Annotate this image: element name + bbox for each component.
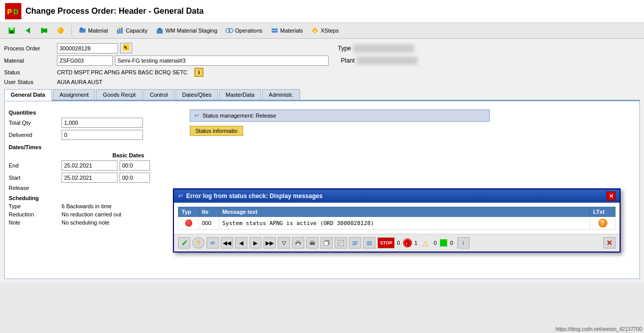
dlg-next-btn[interactable]: ▶ <box>249 237 261 248</box>
tab-control[interactable]: Control <box>143 89 174 100</box>
tab-master-data[interactable]: MasterData <box>219 89 261 100</box>
dlg-last-btn[interactable]: ▶▶ <box>264 237 276 248</box>
row-message: System status APNG is active (ORD 300002… <box>219 217 590 230</box>
plant-value-blurred <box>357 57 418 65</box>
stop-count: 0 <box>397 240 400 246</box>
total-qty-label: Total Qty <box>9 120 60 126</box>
delivered-input[interactable] <box>62 130 143 140</box>
ltxt-help-icon: ? <box>598 218 607 228</box>
separator-1 <box>71 25 72 36</box>
dlg-print1-btn[interactable] <box>292 237 304 248</box>
save-button[interactable] <box>4 25 19 36</box>
start-time-input[interactable] <box>120 173 150 183</box>
dlg-prev-btn[interactable]: ◀ <box>235 237 247 248</box>
material-label: Material <box>4 58 55 64</box>
tab-goods-recpt[interactable]: Goods Recpt <box>96 89 142 100</box>
end-date-input[interactable] <box>62 160 118 171</box>
dlg-check-btn[interactable]: ✓ <box>178 237 190 248</box>
exit-button[interactable] <box>37 25 52 36</box>
dlg-info-btn[interactable]: i <box>457 237 470 248</box>
svg-rect-4 <box>10 27 14 30</box>
operations-button[interactable]: Operations <box>222 25 266 36</box>
dates-times-header: Dates/Times <box>9 144 182 150</box>
dialog-icon: ↵ <box>178 192 183 200</box>
basic-dates-value: Basic Dates <box>112 152 144 158</box>
dlg-first-btn[interactable]: ◀◀ <box>221 237 233 248</box>
release-label: Release <box>9 185 60 191</box>
info-icon-btn[interactable]: i <box>194 68 203 77</box>
back-button[interactable] <box>20 25 36 36</box>
status-mgmt-title: Status management: Release <box>202 113 276 119</box>
total-qty-input[interactable] <box>62 118 143 128</box>
dlg-warning-icon: △ <box>420 237 432 248</box>
svg-rect-17 <box>157 30 163 34</box>
svg-rect-12 <box>80 27 82 30</box>
start-row: Start <box>9 173 182 183</box>
status-mgmt-bar: ↵ Status management: Release <box>190 109 490 122</box>
dialog-close-button[interactable]: ✕ <box>606 191 616 201</box>
dlg-link-btn[interactable] <box>207 237 219 248</box>
row-ite: 000 <box>199 217 219 230</box>
error-count: 1 <box>414 240 417 246</box>
dlg-help-btn[interactable]: ? <box>192 237 204 248</box>
dlg-search2-btn[interactable] <box>363 237 375 248</box>
svg-text:!: ! <box>58 28 60 34</box>
ok-count: 0 <box>450 240 453 246</box>
row-typ <box>179 217 199 230</box>
svg-rect-5 <box>10 31 13 34</box>
material-button[interactable]: Material <box>75 25 111 36</box>
col-ite: Ite <box>199 207 219 217</box>
table-row: 000 System status APNG is active (ORD 30… <box>179 217 616 230</box>
xsteps-button[interactable]: X XSteps <box>307 25 342 36</box>
svg-rect-8 <box>44 29 47 33</box>
cancel-button[interactable]: ! <box>53 25 68 36</box>
capacity-button[interactable]: ⚡ Capacity <box>112 25 151 36</box>
dlg-print2-btn[interactable] <box>306 237 318 248</box>
svg-point-47 <box>404 240 411 246</box>
svg-rect-15 <box>121 27 123 34</box>
release-row: Release <box>9 185 182 191</box>
dlg-close-x-btn[interactable]: ✕ <box>603 237 616 248</box>
tab-general-data[interactable]: General Data <box>4 89 52 101</box>
process-order-edit-btn[interactable]: ✎ <box>120 43 132 53</box>
col-message: Message text <box>219 207 590 217</box>
type-value-blurred <box>353 44 414 52</box>
material-desc-input[interactable] <box>115 55 329 66</box>
dlg-filter-btn[interactable]: ▽ <box>278 237 290 248</box>
user-status-row: User Status AUIA AURA AUST <box>4 79 640 85</box>
left-column: Quantities Total Qty Delivered Dates/Tim… <box>9 105 182 228</box>
quantities-header: Quantities <box>9 109 182 116</box>
page-title: Change Process Order: Header - General D… <box>25 7 203 16</box>
dlg-copy2-btn[interactable] <box>335 237 347 248</box>
note-label: Note <box>9 219 60 226</box>
col-typ: Typ <box>179 207 199 217</box>
status-info-area: Status informatio <box>190 126 635 136</box>
user-status-label: User Status <box>4 79 55 85</box>
dlg-stop-btn[interactable]: STOP <box>377 237 395 248</box>
process-order-input[interactable] <box>57 43 118 53</box>
material-row: Material Plant <box>4 55 640 66</box>
svg-rect-46 <box>367 244 372 245</box>
materials-button[interactable]: Materials <box>267 25 307 36</box>
status-mgmt-icon: ↵ <box>194 112 199 119</box>
start-label: Start <box>9 175 60 181</box>
dlg-copy1-btn[interactable] <box>320 237 333 248</box>
sched-type-value: 6 Backwards in time <box>62 203 111 209</box>
tab-administr[interactable]: Administr. <box>262 89 300 100</box>
wm-staging-button[interactable]: WM Material Staging <box>152 25 221 36</box>
stop-count-value: 0 <box>397 240 400 246</box>
start-date-input[interactable] <box>62 173 118 183</box>
tab-dates-qties[interactable]: Dates/Qties <box>175 89 218 100</box>
end-time-input[interactable] <box>120 160 150 171</box>
col-ltxt: LTxt <box>590 207 616 217</box>
table-header-row: Typ Ite Message text LTxt <box>179 207 616 217</box>
svg-rect-41 <box>353 241 358 242</box>
svg-point-20 <box>229 29 233 33</box>
tab-assignment[interactable]: Assignment <box>53 89 95 100</box>
status-info-button[interactable]: Status informatio <box>190 126 243 136</box>
dlg-search1-btn[interactable] <box>349 237 361 248</box>
svg-text:X: X <box>313 29 316 34</box>
warning-count: 0 <box>434 240 437 246</box>
material-input[interactable] <box>57 55 113 66</box>
svg-rect-44 <box>367 241 372 242</box>
